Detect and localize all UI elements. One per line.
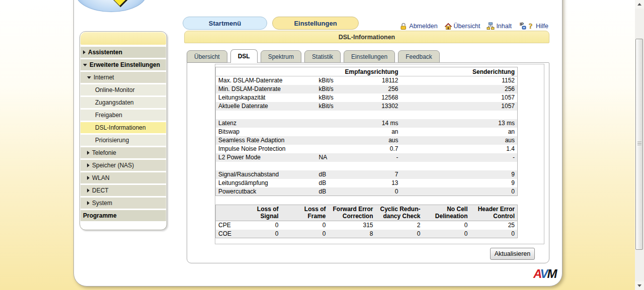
top-link-abmelden[interactable]: Abmelden — [400, 22, 437, 30]
error-col-header: No CellDelineation — [423, 205, 470, 221]
row-unit: dB — [316, 187, 367, 196]
tab-spektrum[interactable]: Spektrum — [261, 50, 301, 63]
row-value: 256 — [367, 85, 401, 93]
row-value: - — [401, 153, 518, 162]
row-value: 13302 — [367, 102, 401, 111]
row-value: 25 — [470, 221, 518, 230]
row-unit: dB — [316, 179, 367, 187]
error-col-header: Loss ofSignal — [234, 205, 281, 221]
sitemap-icon — [487, 22, 495, 30]
row-value: 8 — [329, 230, 376, 238]
sidebar-item-dsl-informationen[interactable]: DSL-Informationen — [80, 122, 166, 133]
row-value: 0 — [423, 230, 470, 238]
sidebar-item-telefonie[interactable]: Telefonie — [80, 147, 166, 158]
error-col-header: Loss ofFrame — [281, 205, 329, 221]
row-value: 14 ms — [367, 119, 401, 128]
row-value: 0 — [367, 187, 401, 196]
row-label: Signal/Rauschabstand — [216, 170, 316, 179]
row-value: 315 — [329, 221, 376, 230]
sidebar-item-label: Freigaben — [95, 112, 122, 119]
arrow-right-icon — [87, 176, 90, 180]
dsl-col-header — [216, 67, 316, 76]
scrollbar-thumb[interactable] — [635, 39, 643, 250]
page-title: DSL-Informationen — [184, 31, 549, 43]
refresh-button[interactable]: Aktualisieren — [490, 248, 535, 260]
row-unit — [316, 162, 367, 170]
row-value — [401, 162, 518, 170]
row-value: 0 — [234, 221, 281, 230]
arrow-right-icon — [87, 163, 90, 167]
startmenu-button[interactable]: Startmenü — [183, 17, 267, 30]
tab-einstellungen[interactable]: Einstellungen — [344, 50, 395, 63]
dsl-info-panel: EmpfangsrichtungSenderichtung Max. DSLAM… — [215, 64, 544, 244]
tab-dsl[interactable]: DSL — [230, 49, 258, 63]
row-value: 12568 — [367, 93, 401, 102]
row-value: 1152 — [401, 76, 518, 85]
row-value: an — [367, 128, 401, 136]
scrollbar[interactable] — [635, 0, 644, 290]
dsl-row-max-dslam-datenrate: Max. DSLAM-DatenratekBit/s181121152 — [216, 76, 518, 85]
scroll-up-button[interactable] — [635, 0, 644, 9]
spacer-row — [216, 111, 518, 119]
row-unit: dB — [316, 170, 367, 179]
dsl-row-aktuelle-datenrate: Aktuelle DatenratekBit/s133021057 — [216, 102, 518, 111]
dsl-row-impulse-noise-protection: Impulse Noise Protection0.71.4 — [216, 145, 518, 153]
sidebar-item-wlan[interactable]: WLAN — [80, 172, 166, 183]
row-unit: kBit/s — [316, 102, 367, 111]
scrollbar-grip — [637, 142, 641, 146]
tab-bar: ÜbersichtDSLSpektrumStatistikEinstellung… — [187, 49, 440, 63]
row-unit — [316, 136, 367, 145]
arrow-up-icon — [637, 3, 641, 6]
row-value: aus — [367, 136, 401, 145]
arrow-right-icon — [87, 201, 90, 205]
error-counters-table: Loss ofSignalLoss ofFrameForward ErrorCo… — [215, 205, 518, 238]
dsl-col-header: Empfangsrichtung — [316, 67, 401, 76]
top-link-label: Hilfe — [536, 23, 548, 30]
error-col-header: Cyclic Redun-dancy Check — [376, 205, 423, 221]
sidebar-item-zugangsdaten[interactable]: Zugangsdaten — [80, 97, 166, 108]
row-value: 0.7 — [367, 145, 401, 153]
einstellungen-button[interactable]: Einstellungen — [272, 17, 359, 30]
sidebar-item-erweiterte-einstellungen[interactable]: Erweiterte Einstellungen — [80, 59, 166, 70]
row-value: 7 — [367, 170, 401, 179]
tab-feedback[interactable]: Feedback — [398, 50, 440, 63]
sidebar-nav: AssistentenErweiterte EinstellungenInter… — [79, 31, 167, 230]
sidebar-item-online-monitor[interactable]: Online-Monitor — [80, 84, 166, 95]
error-col-header — [216, 205, 234, 221]
error-col-header: Forward ErrorCorrection — [329, 205, 376, 221]
sidebar-item-label: Programme — [83, 212, 117, 219]
dsl-row-leitungskapazität: LeitungskapazitätkBit/s125681057 — [216, 93, 518, 102]
sidebar-item-speicher-nas-[interactable]: Speicher (NAS) — [80, 160, 166, 171]
sidebar-item-dect[interactable]: DECT — [80, 185, 166, 196]
top-link-hilfe[interactable]: IP?Hilfe — [518, 22, 548, 30]
arrow-right-icon — [83, 50, 86, 54]
row-value: aus — [401, 136, 518, 145]
top-link-übersicht[interactable]: Übersicht — [444, 22, 480, 30]
row-value — [401, 111, 518, 119]
row-label: Leitungskapazität — [216, 93, 316, 102]
sidebar-item-priorisierung[interactable]: Priorisierung — [80, 135, 166, 146]
top-link-inhalt[interactable]: Inhalt — [487, 22, 512, 30]
row-value: 0 — [281, 221, 329, 230]
error-row-coe: COE008000 — [216, 230, 518, 238]
row-label: Max. DSLAM-Datenrate — [216, 76, 316, 85]
sidebar-item-internet[interactable]: Internet — [80, 72, 166, 83]
arrow-right-icon — [87, 151, 90, 155]
sidebar-item-freigaben[interactable]: Freigaben — [80, 110, 166, 121]
dsl-row-l2-power-mode: L2 Power ModeNA-- — [216, 153, 518, 162]
sidebar-item-programme[interactable]: Programme — [80, 210, 166, 221]
dsl-row-bitswap: Bitswapanan — [216, 128, 518, 136]
top-link-label: Übersicht — [454, 23, 480, 30]
spacer-row — [216, 162, 518, 170]
tab-statistik[interactable]: Statistik — [304, 50, 341, 63]
top-links: AbmeldenÜbersichtInhaltIP?Hilfe — [397, 21, 548, 31]
sidebar-item-system[interactable]: System — [80, 198, 166, 209]
row-value: an — [401, 128, 518, 136]
row-unit: kBit/s — [316, 76, 367, 85]
sidebar-item-assistenten[interactable]: Assistenten — [80, 47, 166, 58]
row-label: Latenz — [216, 119, 316, 128]
scroll-down-button[interactable] — [635, 281, 644, 290]
row-unit — [316, 128, 367, 136]
svg-text:?: ? — [529, 22, 533, 30]
tab-übersicht[interactable]: Übersicht — [187, 50, 227, 63]
